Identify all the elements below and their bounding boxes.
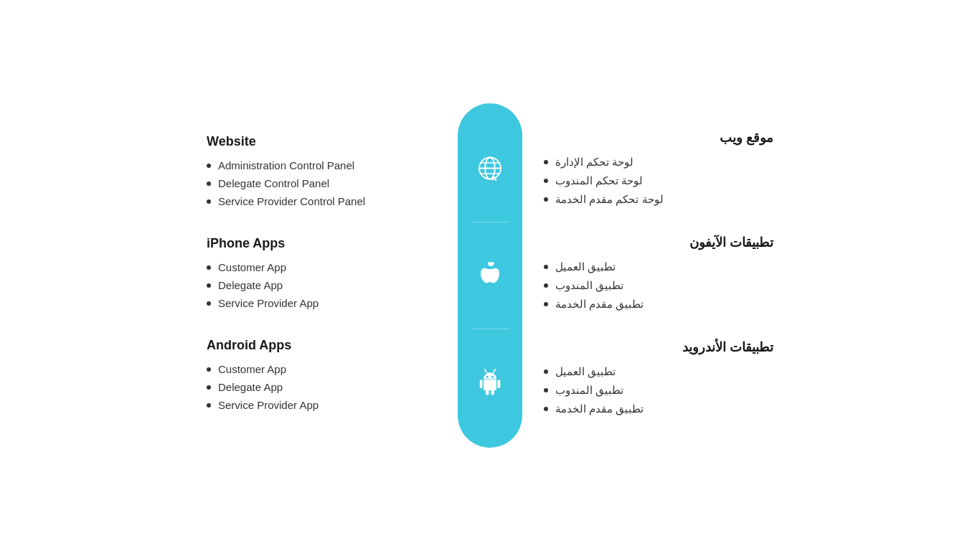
svg-rect-7	[498, 380, 501, 388]
list-item: تطبيق المندوب	[544, 384, 773, 397]
bullet-icon	[207, 283, 211, 288]
iphone-title-right: تطبيقات الآيفون	[544, 235, 773, 250]
list-item: لوحة تحكم المندوب	[544, 174, 773, 187]
iphone-list-right: تطبيق العميل تطبيق المندوب تطبيق مقدم ال…	[544, 260, 773, 311]
bullet-icon	[544, 197, 548, 202]
list-item: تطبيق مقدم الخدمة	[544, 298, 773, 311]
bullet-icon	[207, 199, 211, 204]
bullet-icon	[207, 403, 211, 408]
list-item: Delegate App	[207, 381, 436, 393]
list-item: تطبيق مقدم الخدمة	[544, 402, 773, 415]
iphone-list-left: Customer App Delegate App Service Provid…	[207, 261, 436, 309]
website-title-left: Website	[207, 134, 436, 149]
android-icon-section	[458, 329, 522, 435]
website-title-right: موقع ويب	[544, 130, 773, 146]
list-item: لوحة تحكم الإدارة	[544, 156, 773, 169]
center-column	[458, 103, 522, 448]
list-item: Service Provider Control Panel	[207, 195, 436, 207]
bullet-icon	[544, 179, 548, 183]
android-list-right: تطبيق العميل تطبيق المندوب تطبيق مقدم ال…	[544, 365, 773, 415]
list-item: Customer App	[207, 261, 436, 273]
list-item: Service Provider App	[207, 297, 436, 309]
list-item: تطبيق العميل	[544, 260, 773, 273]
bullet-icon	[544, 369, 548, 374]
iphone-section-left: iPhone Apps Customer App Delegate App Se…	[207, 236, 436, 309]
website-icon-section	[458, 116, 522, 222]
list-item: Customer App	[207, 363, 436, 375]
right-panel: موقع ويب لوحة تحكم الإدارة لوحة تحكم الم…	[522, 116, 795, 435]
bullet-icon	[544, 407, 548, 411]
android-section-left: Android Apps Customer App Delegate App S…	[207, 338, 436, 411]
website-section-right: موقع ويب لوحة تحكم الإدارة لوحة تحكم الم…	[544, 130, 773, 206]
list-item: Administration Control Panel	[207, 159, 436, 171]
svg-line-9	[494, 369, 496, 373]
bullet-icon	[207, 182, 211, 186]
bullet-icon	[207, 367, 211, 372]
list-item: تطبيق المندوب	[544, 279, 773, 292]
bullet-icon	[207, 385, 211, 390]
website-section-left: Website Administration Control Panel Del…	[207, 134, 436, 207]
iphone-section-right: تطبيقات الآيفون تطبيق العميل تطبيق المند…	[544, 235, 773, 311]
bullet-icon	[544, 302, 548, 306]
bullet-icon	[544, 388, 548, 392]
android-icon	[473, 364, 507, 399]
website-list-right: لوحة تحكم الإدارة لوحة تحكم المندوب لوحة…	[544, 156, 773, 206]
svg-point-10	[486, 376, 489, 378]
bullet-icon	[207, 164, 211, 168]
android-list-left: Customer App Delegate App Service Provid…	[207, 363, 436, 411]
apple-icon	[473, 258, 507, 293]
globe-icon	[473, 152, 507, 187]
pill-container	[458, 103, 522, 448]
bullet-icon	[544, 265, 548, 269]
android-title-left: Android Apps	[207, 338, 436, 353]
svg-point-11	[491, 376, 494, 378]
list-item: Delegate App	[207, 279, 436, 291]
list-item: Service Provider App	[207, 399, 436, 411]
svg-rect-6	[480, 380, 483, 388]
iphone-title-left: iPhone Apps	[207, 236, 436, 251]
list-item: تطبيق العميل	[544, 365, 773, 378]
page-container: Website Administration Control Panel Del…	[0, 0, 980, 551]
bullet-icon	[544, 160, 548, 164]
bullet-icon	[207, 265, 211, 270]
iphone-icon-section	[458, 222, 522, 328]
svg-line-8	[485, 369, 487, 373]
android-title-right: تطبيقات الأندرويد	[544, 339, 773, 355]
bullet-icon	[207, 301, 211, 306]
list-item: لوحة تحكم مقدم الخدمة	[544, 193, 773, 206]
website-list-left: Administration Control Panel Delegate Co…	[207, 159, 436, 207]
left-panel: Website Administration Control Panel Del…	[185, 120, 458, 431]
android-section-right: تطبيقات الأندرويد تطبيق العميل تطبيق الم…	[544, 339, 773, 415]
list-item: Delegate Control Panel	[207, 177, 436, 189]
bullet-icon	[544, 283, 548, 288]
